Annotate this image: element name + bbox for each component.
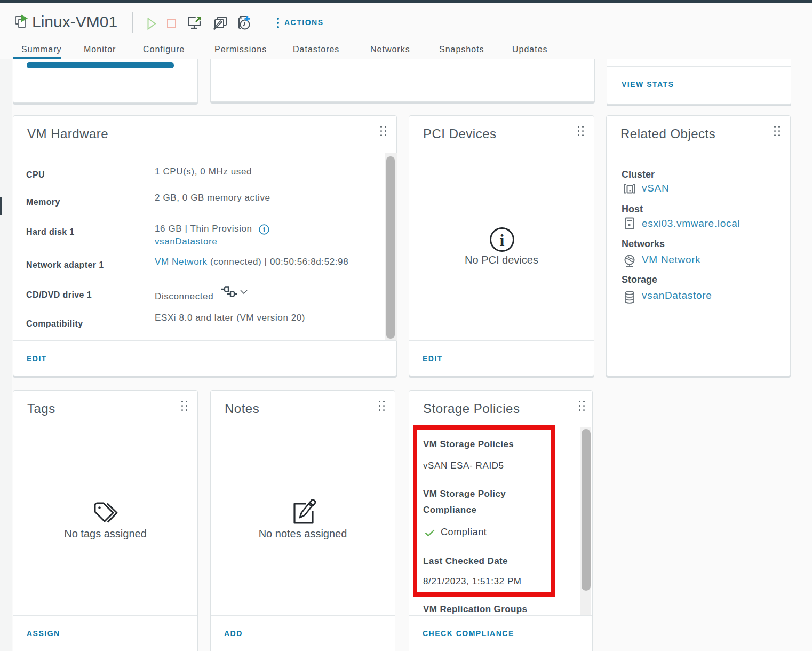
svg-text:i: i: [263, 226, 265, 234]
